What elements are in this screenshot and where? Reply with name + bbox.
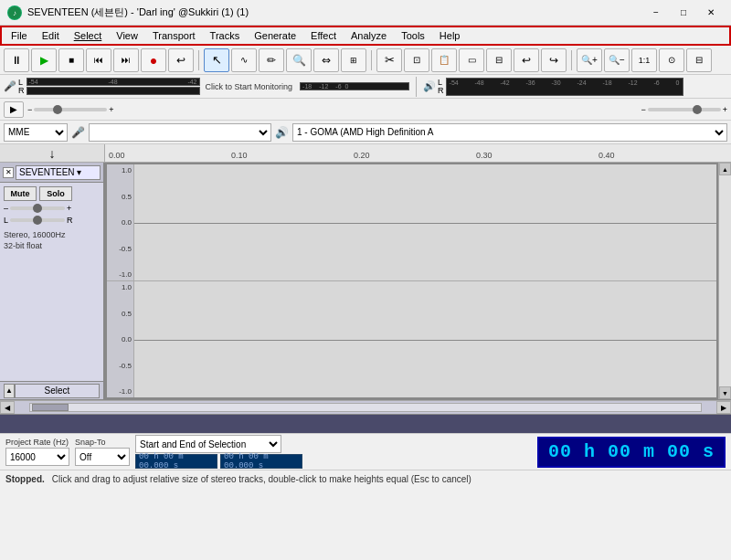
waveform-upper	[134, 164, 716, 280]
track-select-button[interactable]: Select	[15, 384, 100, 398]
menu-tracks[interactable]: Tracks	[203, 27, 248, 44]
y-1.0-lower: 1.0	[109, 283, 132, 291]
input-device-select[interactable]	[89, 123, 271, 142]
v-scrollbar: ▲ ▼	[718, 163, 731, 399]
y-0.0-upper: 0.0	[109, 218, 132, 227]
pan-R: R	[67, 216, 73, 225]
window-controls: − □ ✕	[643, 4, 724, 22]
solo-button[interactable]: Solo	[39, 186, 72, 201]
snap-select[interactable]: Off	[75, 448, 130, 466]
input-volume-slider[interactable]	[34, 108, 107, 111]
menu-analyze[interactable]: Analyze	[344, 27, 394, 44]
undo-button[interactable]: ↩	[514, 48, 539, 72]
track-header: ✕ SEVENTEEN ▾	[0, 163, 103, 183]
status-bar: Stopped. Click and drag to adjust relati…	[0, 470, 731, 488]
track-name-button[interactable]: SEVENTEEN ▾	[16, 165, 101, 180]
input-lr-label: LR	[18, 79, 25, 95]
separator-1	[198, 50, 199, 70]
stopped-label: Stopped.	[5, 474, 45, 484]
mute-button[interactable]: Mute	[4, 186, 37, 201]
menu-view[interactable]: View	[109, 27, 145, 44]
track-controls-upper: Mute Solo – + L R	[0, 183, 103, 228]
silence-button[interactable]: ⊟	[486, 48, 512, 72]
output-meter-icon: 🔊	[423, 80, 436, 92]
cursor-tool-button[interactable]: ↖	[204, 48, 229, 72]
api-select[interactable]: MME	[4, 123, 68, 142]
project-rate-label: Project Rate (Hz)	[5, 438, 69, 447]
paste-button[interactable]: 📋	[431, 48, 457, 72]
cursor-icon: ↓	[49, 146, 56, 161]
menu-edit[interactable]: Edit	[35, 27, 67, 44]
timeshift-tool-button[interactable]: ⇔	[313, 48, 339, 72]
sel-start-display[interactable]: 00 h 00 m 00.000 s	[135, 454, 217, 469]
h-scrollbar-thumb[interactable]	[32, 404, 69, 411]
copy-button[interactable]: ⊡	[404, 48, 429, 72]
menu-tools[interactable]: Tools	[394, 27, 432, 44]
envelope-tool-button[interactable]: ∿	[231, 48, 257, 72]
draw-tool-button[interactable]: ✏	[259, 48, 284, 72]
separator-2	[371, 50, 372, 70]
monitor-text[interactable]: Click to Start Monitoring	[202, 82, 297, 91]
ruler-mark-4: 0.40	[599, 151, 615, 160]
record-button[interactable]: ●	[141, 48, 166, 72]
skip-start-button[interactable]: ⏮	[86, 48, 111, 72]
gain-slider[interactable]	[10, 206, 65, 210]
track-bitdepth: 32-bit float	[4, 241, 100, 252]
track-info: Stereo, 16000Hz 32-bit float	[0, 228, 103, 253]
loop-button[interactable]: ↩	[168, 48, 194, 72]
project-rate-select[interactable]: 16000	[5, 448, 69, 466]
zoom-out-button[interactable]: 🔍−	[604, 48, 630, 72]
v-scroll-track[interactable]	[719, 175, 731, 386]
zoom-tool-button[interactable]: 🔍	[286, 48, 312, 72]
minimize-button[interactable]: −	[643, 4, 669, 22]
trim-button[interactable]: ▭	[459, 48, 484, 72]
maximize-button[interactable]: □	[671, 4, 696, 22]
mute-solo-row: Mute Solo	[4, 186, 100, 201]
input-vol-minus: −	[27, 105, 32, 114]
redo-button[interactable]: ↪	[541, 48, 567, 72]
selection-mode-select[interactable]: Start and End of Selection	[135, 435, 281, 453]
y-neg1.0-lower: -1.0	[109, 387, 132, 396]
cut-button[interactable]: ✂	[376, 48, 402, 72]
output-volume-slider[interactable]	[648, 108, 721, 111]
zoom-in-button[interactable]: 🔍+	[577, 48, 602, 72]
zoom-sel-button[interactable]: ⊙	[659, 48, 684, 72]
menu-select[interactable]: Select	[67, 27, 110, 44]
y-neg0.5-lower: -0.5	[109, 362, 132, 370]
v-scroll-up[interactable]: ▲	[719, 163, 731, 175]
menu-generate[interactable]: Generate	[247, 27, 303, 44]
play-button[interactable]: ▶	[31, 48, 57, 72]
menu-help[interactable]: Help	[432, 27, 468, 44]
center-line-upper	[134, 223, 716, 224]
pause-button[interactable]: ⏸	[4, 48, 29, 72]
pan-row: L R	[4, 216, 100, 225]
pan-slider[interactable]	[10, 218, 65, 222]
separator-3	[571, 50, 572, 70]
track-collapse-button[interactable]: ▲	[4, 384, 15, 398]
output-device-select[interactable]: 1 - GOMA (AMD High Definition A	[292, 123, 727, 142]
v-scroll-down[interactable]: ▼	[719, 386, 731, 399]
zoom-normal-button[interactable]: 1:1	[631, 48, 657, 72]
menu-file[interactable]: File	[4, 27, 35, 44]
waveform-area: 1.0 0.5 0.0 -0.5 -1.0 1.0 0.5 0.0 -0.5 -…	[105, 163, 718, 399]
track-panel: ✕ SEVENTEEN ▾ Mute Solo – + L R	[0, 163, 105, 399]
zoom-fit-button[interactable]: ⊟	[686, 48, 712, 72]
play-input-btn[interactable]: ▶	[4, 101, 24, 118]
h-scrollbar[interactable]	[29, 403, 702, 412]
ruler-track-label: ↓	[0, 144, 105, 162]
skip-end-button[interactable]: ⏭	[113, 48, 139, 72]
y-0.5-upper: 0.5	[109, 193, 132, 201]
gain-minus: –	[4, 204, 8, 213]
stop-button[interactable]: ■	[58, 48, 84, 72]
menu-transport[interactable]: Transport	[145, 27, 203, 44]
scroll-left-button[interactable]: ◀	[0, 401, 15, 414]
app-icon: ♪	[7, 5, 22, 20]
scroll-right-button[interactable]: ▶	[716, 401, 731, 414]
sel-end-display[interactable]: 00 h 00 m 00.000 s	[220, 454, 302, 469]
menu-effect[interactable]: Effect	[303, 27, 344, 44]
track-close-button[interactable]: ✕	[3, 167, 14, 178]
multitools-button[interactable]: ⊞	[341, 48, 366, 72]
output-lr-label: LR	[438, 79, 444, 95]
ruler-mark-2: 0.20	[354, 151, 370, 160]
close-button[interactable]: ✕	[698, 4, 724, 22]
